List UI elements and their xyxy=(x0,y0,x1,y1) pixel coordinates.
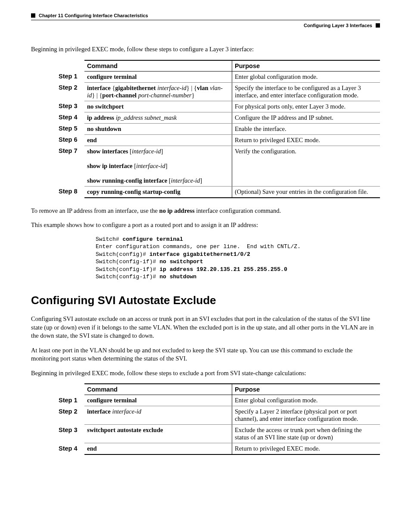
purpose-cell: Enter global configuration mode. xyxy=(232,71,380,82)
header-bar-icon xyxy=(31,13,35,18)
step-label: Step 4 xyxy=(59,443,84,455)
chapter-label: Chapter 11 Configuring Interface Charact… xyxy=(39,13,148,18)
table2-header-purpose: Purpose xyxy=(232,384,380,395)
table-row: Step 4ip address ip_address subnet_maskC… xyxy=(59,112,380,123)
svi-paragraph-2: At least one port in the VLAN should be … xyxy=(31,346,380,363)
svi-heading: Configuring SVI Autostate Exclude xyxy=(31,294,380,307)
svi-paragraph-3: Beginning in privileged EXEC mode, follo… xyxy=(31,369,380,378)
purpose-cell: Return to privileged EXEC mode. xyxy=(232,443,380,455)
purpose-cell: Verify the configuration. xyxy=(232,146,380,186)
step-label: Step 1 xyxy=(59,395,84,406)
intro-paragraph: Beginning in privileged EXEC mode, follo… xyxy=(31,45,380,54)
step-label: Step 3 xyxy=(59,101,84,112)
table-row: Step 3switchport autostate excludeExclud… xyxy=(59,425,380,443)
purpose-cell: Enable the interface. xyxy=(232,123,380,134)
table-row: Step 2interface interface-idSpecify a La… xyxy=(59,406,380,425)
table-row: Step 6endReturn to privileged EXEC mode. xyxy=(59,134,380,146)
command-cell: interface {gigabitethernet interface-id}… xyxy=(84,82,232,101)
command-cell: ip address ip_address subnet_mask xyxy=(84,112,232,123)
command-cell: end xyxy=(84,134,232,146)
command-cell: end xyxy=(84,443,232,455)
table-row: Step 5no shutdownEnable the interface. xyxy=(59,123,380,134)
table-header-command: Command xyxy=(84,60,232,72)
step-label: Step 1 xyxy=(59,71,84,82)
command-cell: show interfaces [interface-id]show ip in… xyxy=(84,146,232,186)
command-cell: interface interface-id xyxy=(84,406,232,425)
svi-steps-table: Command Purpose Step 1configure terminal… xyxy=(59,383,380,455)
running-header: Chapter 11 Configuring Interface Charact… xyxy=(31,13,380,20)
table-row: Step 7show interfaces [interface-id]show… xyxy=(59,146,380,186)
purpose-cell: Configure the IP address and IP subnet. xyxy=(232,112,380,123)
table-header-purpose: Purpose xyxy=(232,60,380,72)
remove-ip-paragraph: To remove an IP address from an interfac… xyxy=(31,207,380,215)
table-row: Step 1configure terminalEnter global con… xyxy=(59,395,380,406)
command-cell: copy running-config startup-config xyxy=(84,186,232,198)
purpose-cell: (Optional) Save your entries in the conf… xyxy=(232,186,380,198)
svi-paragraph-1: Configuring SVI autostate exclude on an … xyxy=(31,315,380,340)
purpose-cell: Enter global configuration mode. xyxy=(232,395,380,406)
step-label: Step 6 xyxy=(59,134,84,146)
example-intro: This example shows how to configure a po… xyxy=(31,221,380,230)
command-cell: no shutdown xyxy=(84,123,232,134)
step-label: Step 2 xyxy=(59,406,84,425)
table-row: Step 8copy running-config startup-config… xyxy=(59,186,380,198)
step-label: Step 4 xyxy=(59,112,84,123)
table-row: Step 3no switchportFor physical ports on… xyxy=(59,101,380,112)
table-row: Step 1configure terminalEnter global con… xyxy=(59,71,380,82)
step-label: Step 8 xyxy=(59,186,84,198)
section-title: Configuring Layer 3 Interfaces xyxy=(304,23,372,28)
command-cell: configure terminal xyxy=(84,71,232,82)
table-row: Step 2interface {gigabitethernet interfa… xyxy=(59,82,380,101)
cli-example: Switch# configure terminal Enter configu… xyxy=(96,236,380,281)
step-label: Step 7 xyxy=(59,146,84,186)
table-row: Step 4endReturn to privileged EXEC mode. xyxy=(59,443,380,455)
section-bar-icon xyxy=(376,23,380,28)
command-cell: switchport autostate exclude xyxy=(84,425,232,443)
table2-header-command: Command xyxy=(84,384,232,395)
purpose-cell: For physical ports only, enter Layer 3 m… xyxy=(232,101,380,112)
section-header: Configuring Layer 3 Interfaces xyxy=(31,23,380,28)
command-cell: no switchport xyxy=(84,101,232,112)
step-label: Step 3 xyxy=(59,425,84,443)
layer3-steps-table: Command Purpose Step 1configure terminal… xyxy=(59,60,380,198)
purpose-cell: Specify the interface to be configured a… xyxy=(232,82,380,101)
purpose-cell: Specify a Layer 2 interface (physical po… xyxy=(232,406,380,425)
purpose-cell: Return to privileged EXEC mode. xyxy=(232,134,380,146)
purpose-cell: Exclude the access or trunk port when de… xyxy=(232,425,380,443)
step-label: Step 2 xyxy=(59,82,84,101)
step-label: Step 5 xyxy=(59,123,84,134)
command-cell: configure terminal xyxy=(84,395,232,406)
